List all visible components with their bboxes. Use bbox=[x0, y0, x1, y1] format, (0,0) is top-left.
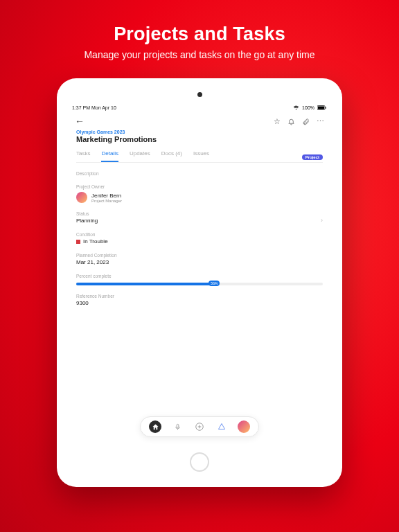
battery-icon bbox=[317, 105, 327, 110]
device-home-button[interactable] bbox=[190, 452, 209, 472]
wifi-icon bbox=[293, 105, 299, 110]
star-icon[interactable]: ☆ bbox=[274, 118, 281, 125]
dock-mic-button[interactable] bbox=[171, 420, 184, 433]
tab-details[interactable]: Details bbox=[101, 150, 118, 162]
page-title: Marketing Promotions bbox=[76, 135, 323, 143]
tablet-frame: 1:37 PM Mon Apr 10 100% ← ☆ bbox=[57, 78, 342, 487]
svg-rect-3 bbox=[177, 424, 179, 427]
owner-role: Project Manager bbox=[91, 199, 122, 203]
owner-row[interactable]: Jenifer Bern Project Manager bbox=[76, 192, 323, 203]
ref-value: 9300 bbox=[76, 300, 323, 306]
attachment-icon[interactable] bbox=[302, 118, 310, 125]
tab-docs[interactable]: Docs (4) bbox=[161, 150, 182, 162]
progress-percent-badge: 56% bbox=[209, 281, 220, 286]
hero-title: Projects and Tasks bbox=[84, 24, 314, 45]
hero-subtitle: Manage your projects and tasks on the go… bbox=[84, 49, 314, 60]
tab-tasks[interactable]: Tasks bbox=[76, 150, 90, 162]
chevron-right-icon: › bbox=[321, 217, 323, 224]
condition-color-icon bbox=[76, 240, 80, 244]
svg-rect-2 bbox=[326, 107, 326, 109]
svg-rect-1 bbox=[318, 107, 324, 109]
planned-value: Mar 21, 2023 bbox=[76, 259, 323, 265]
type-badge: Project bbox=[302, 154, 323, 160]
status-label: Status bbox=[76, 211, 323, 216]
description-label: Description bbox=[76, 171, 323, 176]
status-value: Planning bbox=[76, 218, 98, 224]
bottom-dock bbox=[140, 416, 259, 437]
back-button[interactable]: ← bbox=[75, 116, 85, 127]
device-status-bar: 1:37 PM Mon Apr 10 100% bbox=[68, 104, 331, 112]
owner-name: Jenifer Bern bbox=[91, 193, 122, 199]
owner-avatar bbox=[76, 192, 87, 203]
status-time: 1:37 PM Mon Apr 10 bbox=[72, 105, 116, 110]
owner-label: Project Owner bbox=[76, 184, 323, 189]
tab-issues[interactable]: Issues bbox=[193, 150, 209, 162]
dock-add-button[interactable] bbox=[193, 420, 206, 433]
condition-value: In Trouble bbox=[83, 238, 108, 245]
tabs: Tasks Details Updates Docs (4) Issues bbox=[76, 150, 323, 163]
device-camera bbox=[197, 92, 202, 97]
status-row[interactable]: Planning › bbox=[76, 216, 323, 224]
tab-updates[interactable]: Updates bbox=[130, 150, 150, 162]
planned-label: Planned Completion bbox=[76, 253, 323, 258]
condition-row[interactable]: In Trouble bbox=[76, 238, 323, 245]
progress-bar[interactable]: 56% bbox=[76, 283, 323, 285]
more-icon[interactable]: ⋯ bbox=[317, 118, 324, 125]
ref-label: Reference Number bbox=[76, 294, 323, 299]
dock-profile-avatar[interactable] bbox=[238, 420, 250, 433]
breadcrumb[interactable]: Olympic Games 2023 bbox=[76, 130, 323, 134]
dock-home-button[interactable] bbox=[149, 420, 161, 433]
percent-label: Percent complete bbox=[76, 274, 323, 278]
dock-notifications-button[interactable] bbox=[215, 420, 228, 433]
app-screen: 1:37 PM Mon Apr 10 100% ← ☆ bbox=[68, 104, 331, 447]
status-battery: 100% bbox=[302, 105, 314, 110]
condition-label: Condition bbox=[76, 232, 323, 237]
bell-icon[interactable] bbox=[287, 118, 295, 125]
